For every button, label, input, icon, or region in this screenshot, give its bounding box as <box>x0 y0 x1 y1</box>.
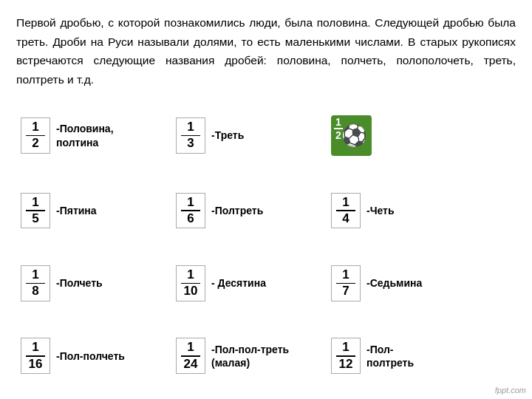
fraction-box-third: 1 3 <box>176 117 205 154</box>
fraction-label-sixteenth: -Пол-полчеть <box>56 349 125 363</box>
fraction-item-quarter: 1 4 -Четь <box>327 177 482 245</box>
fraction-item-tenth: 1 10 - Десятина <box>171 249 327 317</box>
fraction-item-sixth: 1 6 -Полтреть <box>171 177 327 245</box>
fraction-label-quarter: -Четь <box>366 204 395 217</box>
image-fraction-overlay: 1 2 <box>334 117 343 140</box>
frac-num: 1 <box>342 268 349 282</box>
fraction-item-fifth: 1 5 -Пятина <box>16 177 171 245</box>
fraction-item-third: 1 3 -Треть <box>171 99 327 172</box>
image-frac-den: 2 <box>335 130 341 140</box>
fraction-box-fifth: 1 5 <box>21 193 50 229</box>
fraction-item-image: 1 2 ⚽ <box>327 99 482 172</box>
frac-den: 12 <box>339 358 353 372</box>
fraction-box-quarter: 1 4 <box>331 193 361 229</box>
frac-num: 1 <box>187 341 194 355</box>
frac-num: 1 <box>32 120 38 134</box>
frac-num: 1 <box>187 120 194 134</box>
frac-den: 7 <box>342 284 349 299</box>
fraction-box-tenth: 1 10 <box>176 265 205 301</box>
frac-den: 3 <box>187 137 194 151</box>
frac-den: 10 <box>184 284 198 299</box>
fraction-item-half: 1 2 -Половина, полтина <box>16 99 171 172</box>
fractions-grid: 1 2 -Половина, полтина 1 3 -Треть 1 2 ⚽ <box>16 99 516 390</box>
frac-num: 1 <box>32 341 38 355</box>
frac-num: 1 <box>32 196 38 210</box>
fraction-box-half: 1 2 <box>21 117 50 154</box>
fraction-label-sixth: -Полтреть <box>211 204 263 217</box>
fraction-box-eighth: 1 8 <box>21 265 50 301</box>
fraction-label-twelfth: -Пол- полтреть <box>366 343 414 369</box>
fraction-box-sixteenth: 1 16 <box>21 338 50 374</box>
frac-num: 1 <box>342 341 349 355</box>
frac-den: 6 <box>187 212 194 226</box>
fraction-box-sixth: 1 6 <box>176 193 205 229</box>
soccer-icon: ⚽ <box>341 123 367 148</box>
image-frac-num: 1 <box>335 117 341 127</box>
frac-num: 1 <box>342 196 349 210</box>
frac-den: 16 <box>29 358 43 372</box>
fraction-item-sixteenth: 1 16 -Пол-полчеть <box>16 322 171 390</box>
fraction-item-twelfth: 1 12 -Пол- полтреть <box>327 322 482 390</box>
fraction-label-seventh: -Седьмина <box>366 276 422 290</box>
frac-num: 1 <box>187 268 194 282</box>
fraction-label-tenth: - Десятина <box>211 276 266 290</box>
fraction-item-seventh: 1 7 -Седьмина <box>327 249 482 317</box>
image-placeholder: 1 2 ⚽ <box>331 115 372 156</box>
frac-num: 1 <box>32 268 38 282</box>
fraction-item-twentyfourth: 1 24 -Пол-пол-треть (малая) <box>171 322 327 390</box>
fraction-label-fifth: -Пятина <box>56 204 97 217</box>
fraction-label-half: -Половина, полтина <box>56 122 114 149</box>
frac-den: 2 <box>32 137 38 151</box>
fraction-label-twentyfourth: -Пол-пол-треть (малая) <box>211 343 289 369</box>
watermark: fppt.com <box>495 386 526 395</box>
fraction-item-eighth: 1 8 -Полчеть <box>16 249 171 317</box>
fraction-box-seventh: 1 7 <box>331 265 361 301</box>
frac-den: 4 <box>342 212 349 226</box>
frac-num: 1 <box>187 196 194 210</box>
fraction-box-twelfth: 1 12 <box>331 338 361 374</box>
frac-den: 24 <box>184 358 198 372</box>
frac-den: 5 <box>32 212 38 226</box>
fraction-label-eighth: -Полчеть <box>56 276 103 290</box>
fraction-box-twentyfourth: 1 24 <box>176 338 205 374</box>
frac-den: 8 <box>32 284 38 299</box>
intro-text: Первой дробью, с которой познакомились л… <box>16 13 516 89</box>
fraction-label-third: -Треть <box>211 129 244 142</box>
page-container: Первой дробью, с которой познакомились л… <box>0 0 532 399</box>
